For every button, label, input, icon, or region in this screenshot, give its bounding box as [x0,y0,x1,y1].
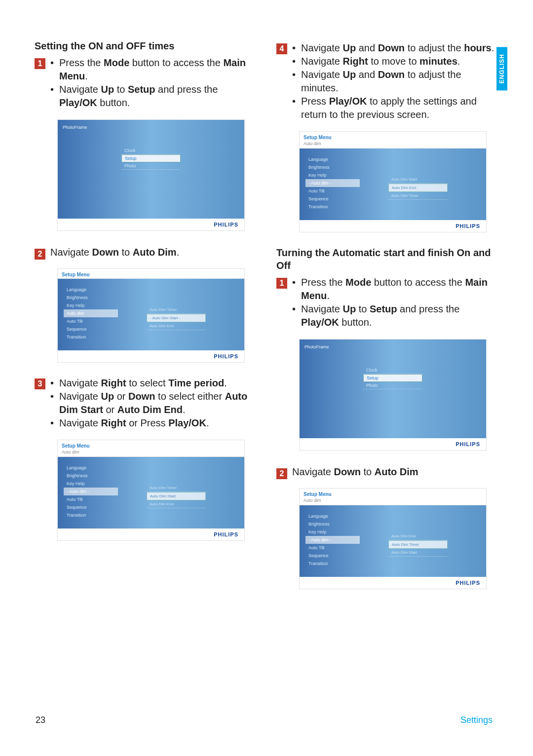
list-item: Brightness [67,294,127,302]
list-item: Transition [308,203,369,211]
list-item: Sequence [67,325,127,333]
shot-title: Setup Menu [58,269,244,278]
screenshot-main-menu: PhotoFrame Clock Setup Photo PHILIPS [57,119,245,231]
menu-item: Clock [121,147,181,154]
philips-logo: PHILIPS [214,531,238,537]
step-text: Navigate Down to Auto Dim [292,466,419,478]
list-item: Auto Tilt [67,495,127,503]
menu-item-selected: Setup [363,374,422,382]
left-column: Setting the ON and OFF times 1 Press the… [35,39,257,598]
shot-title: Setup Menu [58,440,244,450]
shot-subtitle: Auto dim [300,498,486,505]
step-text: Navigate Right to move to minutes. [292,55,498,68]
list-item: Key Help [67,302,127,309]
step-text: Navigate Right or Press Play/OK. [50,416,257,430]
step-text: Navigate Up to Setup and press the Play/… [50,83,257,110]
step-number-2: 2 [276,468,287,479]
step-text: Press Play/OK to apply the settings and … [292,95,498,121]
step-number-4: 4 [276,43,287,54]
shot-title: Setup Menu [300,489,486,498]
step-text: Press the Mode button to access the Main… [50,56,257,83]
list-item-selected: Auto dim [64,309,118,317]
list-item: Sequence [67,503,127,511]
philips-logo: PHILIPS [214,353,238,359]
page-section-label: Settings [460,715,493,725]
section-heading-auto-onoff: Turning the Automatic start and finish O… [276,246,498,272]
list-item: Sequence [308,195,369,203]
step-number-1: 1 [35,58,45,69]
screenshot-autodim-last: Setup Menu Auto dim Language Brightness … [299,488,487,589]
screenshot-setup-autodim: Setup Menu Language Brightness Key Help … [57,268,245,363]
popup-item: Auto Dim End [147,500,206,508]
right-column: 4 Navigate Up and Down to adjust the hou… [276,39,498,598]
section-heading-onoff: Setting the ON and OFF times [35,39,257,52]
list-item-selected: - Auto dim - [64,488,118,495]
philips-logo: PHILIPS [456,441,480,447]
list-item: Transition [67,511,127,519]
popup-item: Auto Dim Timer [147,484,206,492]
step-text: Navigate Up or Down to select either Aut… [50,390,257,416]
list-item: Sequence [308,552,369,560]
menu-item: Photo [121,162,181,170]
list-item: Auto Tilt [308,187,369,195]
philips-logo: PHILIPS [456,223,480,229]
list-item: Key Help [308,528,369,536]
list-item: Language [67,286,127,294]
photoframe-label: PhotoFrame [300,340,334,438]
step-number-1: 1 [276,278,287,289]
step-text: Press the Mode button to access the Main… [292,276,498,302]
step-1: 1 Press the Mode button to access the Ma… [35,56,257,110]
list-item: Transition [67,333,127,341]
step-2b: 2 Navigate Down to Auto Dim [276,466,498,479]
step-4: 4 Navigate Up and Down to adjust the hou… [276,41,498,121]
popup-item-selected: Auto Dim Timer [388,540,448,549]
menu-item-selected: Setup [121,154,181,162]
popup-item: Auto Dim Start [388,549,448,557]
popup-item: Auto Dim End [147,322,206,330]
list-item: Transition [308,560,369,567]
list-item: Language [308,512,369,520]
menu-item: Photo [363,382,422,389]
list-item: Auto Tilt [308,544,369,552]
photoframe-label: PhotoFrame [58,120,92,219]
step-text: Navigate Down to Auto Dim. [50,247,179,258]
popup-item-selected: Auto Dim End [388,184,448,192]
step-2: 2 Navigate Down to Auto Dim. [35,247,257,260]
page-body: Setting the ON and OFF times 1 Press the… [0,0,533,623]
list-item: Key Help [308,171,369,179]
step-number-2: 2 [35,249,45,260]
step-text: Navigate Up and Down to adjust the hours… [292,41,498,55]
popup-item: Auto Dim End [388,532,448,540]
screenshot-autodim-detail: Setup Menu Auto dim Language Brightness … [57,440,245,541]
step-text: Navigate Up to Setup and press the Play/… [292,302,498,329]
screenshot-autodim-time: Setup Menu Auto dim Language Brightness … [299,131,487,232]
shot-subtitle: Auto dim [58,450,244,457]
popup-item: Auto Dim Start [388,176,448,184]
list-item: Brightness [67,472,127,480]
list-item: Language [308,155,369,163]
list-item-selected: - Auto dim - [305,179,360,187]
popup-item: Auto Dim Timer [147,306,206,314]
list-item: Language [67,464,127,472]
step-3: 3 Navigate Right to select Time period. … [35,377,257,430]
popup-item: Auto Dim Timer [388,192,448,200]
philips-logo: PHILIPS [456,580,480,586]
list-item: Auto Tilt [67,317,127,325]
step-text: Navigate Up and Down to adjust the minut… [292,68,498,95]
shot-subtitle: Auto dim [300,141,486,149]
page-number: 23 [36,715,45,725]
screenshot-main-menu-2: PhotoFrame Clock Setup Photo PHILIPS [299,339,487,451]
step-1b: 1 Press the Mode button to access the Ma… [276,276,498,329]
step-number-3: 3 [35,378,45,389]
menu-item: Clock [363,367,422,374]
popup-item-selected: Auto Dim Start [147,492,206,500]
philips-logo: PHILIPS [214,222,238,227]
shot-title: Setup Menu [300,132,486,141]
list-item: Brightness [308,163,369,171]
step-text: Navigate Right to select Time period. [50,377,257,390]
list-item-selected: - Auto dim - [305,536,360,544]
popup-item-selected: - Auto Dim Start - [147,314,206,322]
list-item: Key Help [67,480,127,488]
list-item: Brightness [308,520,369,528]
